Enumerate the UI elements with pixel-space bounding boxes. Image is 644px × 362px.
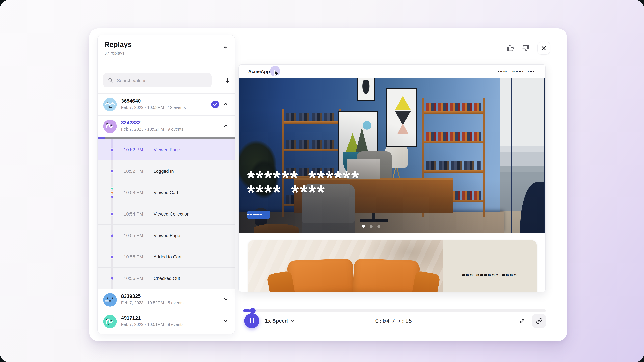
replay-list-item[interactable]: 8339325Feb 7, 2023 · 10:52PM · 8 events: [98, 289, 235, 311]
carousel-dot[interactable]: [370, 225, 372, 228]
playback-progress-fill: [243, 309, 250, 312]
elapsed-time: 0:04: [375, 318, 390, 324]
cursor-icon: [274, 70, 280, 77]
carousel-dot[interactable]: [377, 225, 380, 228]
replay-count: 37 replays: [104, 51, 228, 56]
selected-check-badge-icon: [211, 101, 219, 108]
replay-list-item[interactable]: 4917121Feb 7, 2023 · 10:51PM · 8 events: [98, 311, 235, 333]
masked-hero-title-line2: **** ****: [247, 182, 326, 202]
masked-nav-links: *****************: [498, 65, 534, 78]
event-name: Added to Cart: [154, 254, 182, 259]
link-icon: [536, 318, 542, 324]
event-dot-group: [110, 169, 114, 173]
event-list-item[interactable]: 10:55 PMViewed Page: [98, 225, 235, 246]
thumbs-down-icon[interactable]: [520, 43, 531, 53]
event-dot-group: [110, 276, 114, 280]
event-name: Viewed Page: [154, 233, 180, 238]
masked-nav-link[interactable]: *******: [512, 70, 524, 73]
app-window: Replays 37 replays: [0, 0, 644, 362]
hero-cta-button[interactable]: **** ****** **********: [247, 211, 270, 219]
replay-meta: Feb 7, 2023 · 10:52PM · 9 events: [121, 127, 184, 132]
event-time: 10:53 PM: [124, 190, 143, 195]
hero-banner: ****** ****** **** **** **** ****** ****…: [239, 78, 546, 232]
close-button[interactable]: [537, 41, 550, 55]
replay-meta: Feb 7, 2023 · 10:51PM · 8 events: [121, 322, 184, 327]
masked-product-text: *** ****** ****: [462, 272, 518, 279]
chevron-up-icon[interactable]: [223, 101, 230, 108]
chevron-up-icon[interactable]: [223, 123, 230, 130]
replays-sidebar: Replays 37 replays: [97, 34, 236, 334]
event-dot: [110, 195, 114, 198]
user-avatar: [103, 293, 117, 307]
event-dot: [110, 212, 114, 216]
user-avatar: [103, 315, 117, 328]
chevron-down-icon[interactable]: [223, 318, 230, 325]
session-watch-progress: [98, 137, 235, 139]
search-row: [98, 67, 235, 93]
event-list-item[interactable]: 10:56 PMChecked Out: [98, 268, 235, 289]
replayed-site-navbar: AcmeApp *****************: [239, 65, 546, 78]
collapse-panel-left-icon[interactable]: [220, 42, 230, 52]
replay-id: 3654640: [121, 98, 141, 104]
event-dot: [110, 276, 114, 280]
masked-nav-link[interactable]: ******: [498, 70, 508, 73]
product-card[interactable]: *** ****** ****: [248, 240, 537, 292]
product-photo-sofa: [248, 240, 443, 292]
event-name: Viewed Cart: [154, 190, 178, 195]
playback-scrubber-handle[interactable]: [250, 308, 256, 314]
replay-meta: Feb 7, 2023 · 10:52PM · 8 events: [121, 301, 184, 305]
speed-selector[interactable]: 1x Speed: [265, 318, 294, 324]
event-dot-group: [110, 212, 114, 216]
replay-viewport: AcmeApp *****************: [238, 64, 546, 292]
product-section: *** ****** ****: [239, 232, 546, 292]
event-dot: [110, 187, 114, 190]
speed-label: 1x Speed: [265, 318, 288, 324]
replay-list-item[interactable]: 3242332Feb 7, 2023 · 10:52PM · 9 events: [98, 116, 235, 137]
event-list-item[interactable]: 10:55 PMAdded to Cart: [98, 246, 235, 268]
session-watch-progress-fill: [98, 137, 104, 139]
search-input[interactable]: [103, 73, 212, 87]
replay-id: 8339325: [121, 293, 141, 299]
event-list-item[interactable]: 10:52 PMLogged In: [98, 161, 235, 182]
event-time: 10:52 PM: [124, 169, 143, 174]
playback-time: 0:04/7:15: [374, 318, 414, 324]
event-name: Viewed Page: [154, 147, 180, 152]
replay-id: 4917121: [121, 315, 141, 321]
event-list-item[interactable]: 10:52 PMViewed Page: [98, 139, 235, 161]
product-text-panel: *** ****** ****: [443, 240, 537, 292]
event-list-item[interactable]: 10:54 PMViewed Collection: [98, 203, 235, 225]
thumbs-up-icon[interactable]: [505, 43, 515, 53]
sidebar-header: Replays 37 replays: [98, 35, 235, 67]
event-time: 10:54 PM: [124, 211, 143, 216]
event-dot: [110, 255, 114, 259]
replay-modal: Replays 37 replays: [89, 28, 567, 341]
replay-meta: Feb 7, 2023 · 10:58PM · 12 events: [121, 105, 186, 110]
event-name: Logged In: [154, 169, 174, 174]
event-dot-group: [110, 148, 114, 152]
chevron-down-icon[interactable]: [223, 297, 230, 303]
user-avatar: [103, 120, 117, 133]
replay-list: 3654640Feb 7, 2023 · 10:58PM · 12 events…: [98, 93, 235, 333]
pause-icon: [252, 318, 254, 323]
carousel-dot[interactable]: [362, 225, 365, 228]
playback-progress-track[interactable]: [243, 309, 546, 312]
user-avatar: [103, 98, 117, 111]
event-dot: [110, 169, 114, 173]
event-dot: [110, 148, 114, 152]
pause-icon: [250, 318, 251, 323]
chevron-down-icon: [290, 320, 294, 322]
event-time: 10:52 PM: [124, 147, 143, 152]
event-name: Checked Out: [154, 276, 180, 281]
masked-nav-link[interactable]: ****: [528, 70, 534, 73]
copy-link-button[interactable]: [532, 314, 546, 328]
sort-descending-icon[interactable]: [222, 76, 230, 84]
replay-list-item[interactable]: 3654640Feb 7, 2023 · 10:58PM · 12 events: [98, 94, 235, 116]
pause-button[interactable]: [244, 313, 259, 328]
fullscreen-expand-icon[interactable]: [518, 317, 526, 326]
event-time: 10:55 PM: [124, 233, 143, 238]
event-dot-group: [110, 255, 114, 259]
page-title: Replays: [104, 40, 228, 49]
event-dot-group: [110, 233, 114, 237]
event-list-item[interactable]: 10:53 PMViewed Cart: [98, 182, 235, 203]
event-dot: [110, 191, 114, 194]
